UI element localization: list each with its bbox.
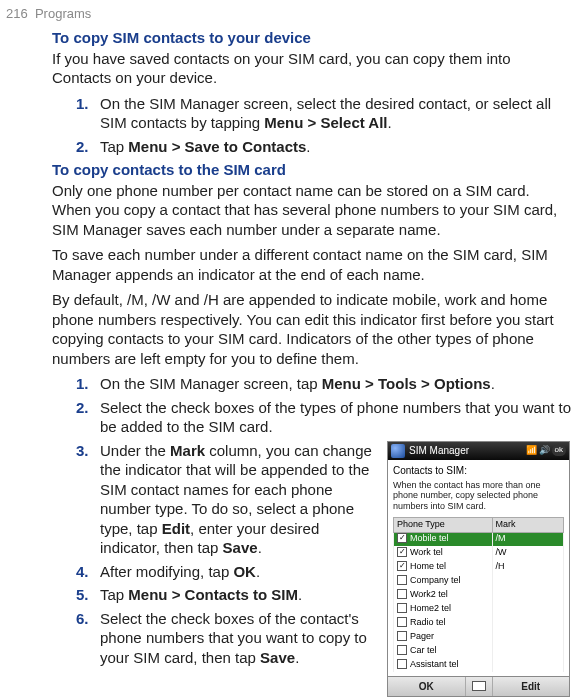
softkey-ok[interactable]: OK xyxy=(388,677,465,696)
ok-button[interactable]: ok xyxy=(552,445,566,457)
device-screenshot: SIM Manager 📶 🔊 ok Contacts to SIM: When… xyxy=(387,441,572,698)
list-item: 4. After modifying, tap OK. xyxy=(76,562,377,582)
mark-value xyxy=(492,574,563,588)
table-row[interactable]: Assistant tel xyxy=(394,658,564,672)
table-row[interactable]: Car tel xyxy=(394,644,564,658)
para: By default, /M, /W and /H are appended t… xyxy=(52,290,572,368)
phone-type-label: Pager xyxy=(410,631,434,641)
list-item: 1. On the SIM Manager screen, tap Menu >… xyxy=(76,374,572,394)
checkbox[interactable] xyxy=(397,547,407,557)
list-item: 1. On the SIM Manager screen, select the… xyxy=(76,94,572,133)
list-text: Tap Menu > Save to Contacts. xyxy=(100,137,572,157)
checkbox[interactable] xyxy=(397,561,407,571)
start-icon[interactable] xyxy=(391,444,405,458)
phone-type-label: Car tel xyxy=(410,645,437,655)
list-text: After modifying, tap OK. xyxy=(100,562,377,582)
mark-value xyxy=(492,602,563,616)
table-row[interactable]: Work2 tel xyxy=(394,588,564,602)
list-text: Under the Mark column, you can change th… xyxy=(100,441,377,558)
table-row[interactable]: Home tel/H xyxy=(394,560,564,574)
mark-value xyxy=(492,630,563,644)
list-number: 2. xyxy=(76,398,100,437)
phone-type-table: Phone Type Mark Mobile tel/MWork tel/WHo… xyxy=(393,517,564,672)
dialog-description: When the contact has more than one phone… xyxy=(393,480,564,512)
phone-type-label: Work2 tel xyxy=(410,589,448,599)
page-content: To copy SIM contacts to your device If y… xyxy=(52,24,572,697)
mark-value xyxy=(492,644,563,658)
table-row[interactable]: Home2 tel xyxy=(394,602,564,616)
page-header: 216 Programs xyxy=(6,6,91,23)
list-2-cont: 3. Under the Mark column, you can change… xyxy=(52,441,377,698)
dialog-subtitle: Contacts to SIM: xyxy=(393,464,564,477)
list-item: 5. Tap Menu > Contacts to SIM. xyxy=(76,585,377,605)
heading-copy-to-sim: To copy contacts to the SIM card xyxy=(52,160,572,180)
table-row[interactable]: Company tel xyxy=(394,574,564,588)
softkey-bar: OK Edit xyxy=(388,676,569,696)
mark-value xyxy=(492,616,563,630)
list-item: 6. Select the check boxes of the contact… xyxy=(76,609,377,668)
status-icons: 📶 🔊 ok xyxy=(526,445,566,457)
mark-value: /M xyxy=(492,532,563,546)
table-row[interactable]: Mobile tel/M xyxy=(394,532,564,546)
table-row[interactable]: Radio tel xyxy=(394,616,564,630)
list-text: Tap Menu > Contacts to SIM. xyxy=(100,585,377,605)
heading-copy-sim-to-device: To copy SIM contacts to your device xyxy=(52,28,572,48)
window-title: SIM Manager xyxy=(409,444,469,457)
list-text: On the SIM Manager screen, tap Menu > To… xyxy=(100,374,572,394)
phone-type-label: Work tel xyxy=(410,547,443,557)
mark-value: /W xyxy=(492,546,563,560)
col-phone-type[interactable]: Phone Type xyxy=(394,517,493,532)
checkbox[interactable] xyxy=(397,631,407,641)
list-number: 2. xyxy=(76,137,100,157)
checkbox[interactable] xyxy=(397,603,407,613)
list-number: 5. xyxy=(76,585,100,605)
list-text: Select the check boxes of the types of p… xyxy=(100,398,572,437)
checkbox[interactable] xyxy=(397,533,407,543)
para: Only one phone number per contact name c… xyxy=(52,181,572,240)
signal-icon: 📶 xyxy=(526,445,537,457)
list-text: On the SIM Manager screen, select the de… xyxy=(100,94,572,133)
checkbox[interactable] xyxy=(397,659,407,669)
mark-value xyxy=(492,588,563,602)
volume-icon: 🔊 xyxy=(539,445,550,457)
table-row[interactable]: Work tel/W xyxy=(394,546,564,560)
list-number: 4. xyxy=(76,562,100,582)
list-number: 6. xyxy=(76,609,100,668)
sip-icon[interactable] xyxy=(465,677,493,696)
mark-value: /H xyxy=(492,560,563,574)
mark-value xyxy=(492,658,563,672)
checkbox[interactable] xyxy=(397,575,407,585)
checkbox[interactable] xyxy=(397,589,407,599)
phone-type-label: Radio tel xyxy=(410,617,446,627)
phone-type-label: Home2 tel xyxy=(410,603,451,613)
phone-type-label: Mobile tel xyxy=(410,533,449,543)
softkey-edit[interactable]: Edit xyxy=(493,677,570,696)
list-number: 3. xyxy=(76,441,100,558)
list-number: 1. xyxy=(76,94,100,133)
list-item: 2. Tap Menu > Save to Contacts. xyxy=(76,137,572,157)
phone-type-label: Assistant tel xyxy=(410,659,459,669)
list-text: Select the check boxes of the contact's … xyxy=(100,609,377,668)
checkbox[interactable] xyxy=(397,645,407,655)
list-number: 1. xyxy=(76,374,100,394)
col-mark[interactable]: Mark xyxy=(492,517,563,532)
section-name: Programs xyxy=(35,6,91,21)
phone-type-label: Home tel xyxy=(410,561,446,571)
page-number: 216 xyxy=(6,6,28,21)
phone-type-label: Company tel xyxy=(410,575,461,585)
para: To save each number under a different co… xyxy=(52,245,572,284)
window-titlebar: SIM Manager 📶 🔊 ok xyxy=(388,442,569,460)
checkbox[interactable] xyxy=(397,617,407,627)
list-2: 1. On the SIM Manager screen, tap Menu >… xyxy=(52,374,572,437)
intro-para-1: If you have saved contacts on your SIM c… xyxy=(52,49,572,88)
list-item: 2. Select the check boxes of the types o… xyxy=(76,398,572,437)
list-item: 3. Under the Mark column, you can change… xyxy=(76,441,377,558)
list-1: 1. On the SIM Manager screen, select the… xyxy=(52,94,572,157)
table-row[interactable]: Pager xyxy=(394,630,564,644)
